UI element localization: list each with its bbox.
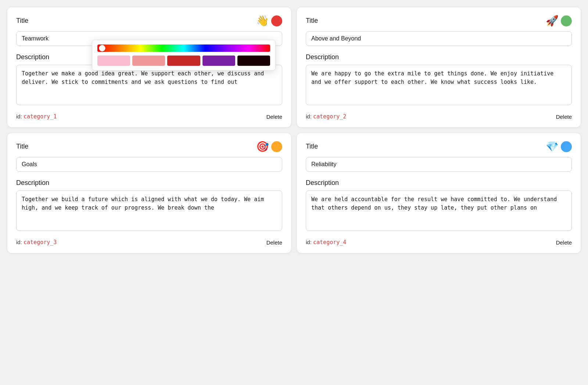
swatch-3[interactable] <box>167 56 200 66</box>
color-dot[interactable] <box>561 141 572 152</box>
category-id: category_3 <box>24 239 57 246</box>
cards-grid: Title 👋 Description Together we make a g… <box>7 7 581 253</box>
category-id: category_2 <box>313 113 346 120</box>
delete-button[interactable]: Delete <box>556 239 572 246</box>
delete-button[interactable]: Delete <box>266 239 282 246</box>
color-picker-popup <box>92 40 276 71</box>
description-label: Description <box>306 179 572 187</box>
card-footer: id: category_1 Delete <box>16 113 282 120</box>
title-label: Title <box>16 17 28 25</box>
card-icons: 💎 <box>546 140 572 153</box>
card-id: id: category_2 <box>306 113 346 120</box>
card-header: Title 💎 <box>306 140 572 153</box>
description-label: Description <box>16 179 282 187</box>
color-dot[interactable] <box>271 15 282 26</box>
card-footer: id: category_3 Delete <box>16 239 282 246</box>
color-dot[interactable] <box>271 141 282 152</box>
description-textarea[interactable]: Together we make a good idea great. We s… <box>16 65 282 105</box>
delete-button[interactable]: Delete <box>556 114 572 120</box>
card-icons: 👋 <box>256 15 282 27</box>
color-swatches <box>97 56 270 66</box>
card-header: Title 🎯 <box>16 140 282 153</box>
title-input[interactable] <box>306 157 572 172</box>
card-footer: id: category_2 Delete <box>306 113 572 120</box>
card-footer: id: category_4 Delete <box>306 239 572 246</box>
title-label: Title <box>16 143 28 150</box>
description-textarea[interactable]: Together we build a future which is alig… <box>16 190 282 231</box>
card-teamwork: Title 👋 Description Together we make a g… <box>7 7 291 127</box>
title-input[interactable] <box>16 157 282 172</box>
color-dot[interactable] <box>561 15 572 26</box>
swatch-4[interactable] <box>202 56 235 66</box>
swatch-2[interactable] <box>132 56 165 66</box>
card-reliability: Title 💎 Description We are held accounta… <box>297 133 581 253</box>
spectrum-thumb[interactable] <box>99 45 105 51</box>
card-id: id: category_4 <box>306 239 346 246</box>
color-spectrum[interactable] <box>97 44 270 52</box>
description-textarea[interactable]: We are happy to go the extra mile to get… <box>306 65 572 105</box>
card-header: Title 👋 <box>16 15 282 27</box>
card-id: id: category_1 <box>16 113 57 120</box>
swatch-5[interactable] <box>237 56 270 66</box>
description-label: Description <box>306 53 572 61</box>
category-id: category_4 <box>313 239 346 246</box>
card-icons: 🎯 <box>256 140 282 153</box>
emoji-icon[interactable]: 🎯 <box>256 140 269 153</box>
title-label: Title <box>306 143 318 150</box>
title-input[interactable] <box>306 31 572 46</box>
delete-button[interactable]: Delete <box>266 114 282 120</box>
card-icons: 🚀 <box>546 15 572 27</box>
card-above-and-beyond: Title 🚀 Description We are happy to go t… <box>297 7 581 127</box>
swatch-1[interactable] <box>97 56 130 66</box>
category-id: category_1 <box>24 113 57 120</box>
emoji-icon[interactable]: 💎 <box>546 140 559 153</box>
card-id: id: category_3 <box>16 239 57 246</box>
card-header: Title 🚀 <box>306 15 572 27</box>
card-goals: Title 🎯 Description Together we build a … <box>7 133 291 253</box>
emoji-icon[interactable]: 👋 <box>256 15 269 27</box>
description-textarea[interactable]: We are held accountable for the result w… <box>306 190 572 231</box>
title-label: Title <box>306 17 318 25</box>
emoji-icon[interactable]: 🚀 <box>546 15 559 27</box>
